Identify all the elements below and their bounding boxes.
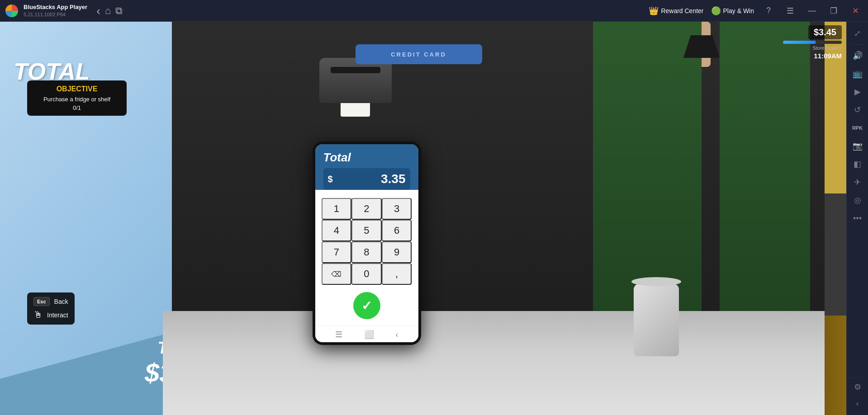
keypad-backspace[interactable]: ⌫ <box>322 263 352 285</box>
esc-key-badge: Esc <box>33 297 50 306</box>
terminal-total-label: Total <box>323 151 410 165</box>
controls-box: Esc Back 🖱 Interact <box>27 292 75 325</box>
terminal-header: Total $ 3.35 <box>315 144 418 190</box>
interact-control-row: 🖱 Interact <box>33 310 68 320</box>
reward-center-label: Reward Center <box>661 7 703 14</box>
back-control-label: Back <box>54 298 68 305</box>
nav-home-button[interactable]: ⌂ <box>105 5 111 17</box>
right-sidebar: ⤢ 🔊 📺 ▶ ↺ RPK 📷 ◧ ✈ ◎ ••• ⚙ ‹ <box>846 22 868 415</box>
printer-slot <box>331 67 380 73</box>
play-win-icon: 🟢 <box>711 6 721 16</box>
terminal-keypad: 1 2 3 4 5 6 7 8 9 ⌫ 0 , <box>315 194 418 288</box>
hud-money: $3.45 <box>808 25 842 39</box>
credit-card-label: CREDIT CARD <box>391 51 446 58</box>
game-hud: $3.45 Store Level 5 11:09AM <box>783 25 842 60</box>
counter-surface <box>163 311 825 415</box>
sidebar-bottom: ⚙ ‹ <box>849 377 866 411</box>
objective-progress: 0/1 <box>34 104 119 111</box>
play-win-button[interactable]: 🟢 Play & Win <box>711 6 754 16</box>
keypad-0[interactable]: 0 <box>351 263 382 285</box>
terminal-screen: Total $ 3.35 1 2 3 4 5 6 7 8 <box>315 144 418 342</box>
sidebar-airplane-button[interactable]: ✈ <box>849 174 866 190</box>
sidebar-rpk-button[interactable]: RPK <box>849 120 866 136</box>
credit-card-terminal: CREDIT CARD <box>356 44 482 64</box>
sidebar-layout-button[interactable]: ◧ <box>849 156 866 172</box>
keypad-1[interactable]: 1 <box>322 198 352 220</box>
back-control-row: Esc Back <box>33 297 68 306</box>
bluestacks-logo <box>5 5 18 17</box>
confirm-payment-button[interactable]: ✓ <box>353 292 380 319</box>
payment-terminal: Total $ 3.35 1 2 3 4 5 6 7 8 <box>313 141 421 345</box>
play-win-label: Play & Win <box>723 7 754 14</box>
app-name: BlueStacks App Player <box>24 4 87 11</box>
nav-buttons: ‹ ⌂ ⧉ <box>96 5 123 17</box>
crown-icon: 👑 <box>649 6 659 16</box>
keypad-4[interactable]: 4 <box>322 220 352 241</box>
keypad-comma[interactable]: , <box>382 263 412 285</box>
sidebar-divider-1 <box>851 44 864 45</box>
game-background: TOTAL OBJECTIVE Purchase a fridge or she… <box>0 22 846 415</box>
hud-progress-fill <box>783 41 816 44</box>
terminal-nav-bar: ☰ ⬜ ‹ <box>315 325 418 342</box>
interact-control-label: Interact <box>47 311 68 319</box>
app-title: BlueStacks App Player 5.21.111.1002 P64 <box>24 4 87 18</box>
game-viewport: TOTAL OBJECTIVE Purchase a fridge or she… <box>0 22 846 415</box>
terminal-dollar-sign: $ <box>328 174 333 184</box>
close-button[interactable]: ✕ <box>848 4 863 18</box>
keypad-8[interactable]: 8 <box>351 241 382 263</box>
sidebar-play-button[interactable]: ▶ <box>849 84 866 100</box>
nav-back-button[interactable]: ‹ <box>96 5 100 17</box>
terminal-menu-icon[interactable]: ☰ <box>335 330 342 340</box>
objective-description: Purchase a fridge or shelf <box>34 96 119 103</box>
terminal-home-icon[interactable]: ⬜ <box>364 330 374 340</box>
objective-box: OBJECTIVE Purchase a fridge or shelf 0/1 <box>27 80 127 116</box>
keypad-9[interactable]: 9 <box>382 241 412 263</box>
hud-level: Store Level 5 <box>812 45 842 51</box>
app-version: 5.21.111.1002 P64 <box>24 11 87 18</box>
topbar-right: 👑 Reward Center 🟢 Play & Win ? ☰ — ❐ ✕ <box>649 4 863 18</box>
keypad-6[interactable]: 6 <box>382 220 412 241</box>
sidebar-volume-button[interactable]: 🔊 <box>849 47 866 64</box>
sidebar-fullscreen-button[interactable]: ⤢ <box>849 25 866 42</box>
keypad-2[interactable]: 2 <box>351 198 382 220</box>
terminal-back-icon[interactable]: ‹ <box>396 330 398 340</box>
hud-time: 11:09AM <box>814 52 842 60</box>
terminal-amount-value: 3.35 <box>381 172 406 186</box>
terminal-confirm-area: ✓ <box>315 288 418 325</box>
cup-top <box>631 277 681 286</box>
hud-progress-bar <box>783 41 842 44</box>
minimize-button[interactable]: — <box>805 4 819 18</box>
keypad-5[interactable]: 5 <box>351 220 382 241</box>
sidebar-rotate-button[interactable]: ↺ <box>849 102 866 118</box>
objective-title: OBJECTIVE <box>34 85 119 93</box>
terminal-amount-row: $ 3.35 <box>323 168 410 190</box>
topbar: BlueStacks App Player 5.21.111.1002 P64 … <box>0 0 868 22</box>
printer-receipt-paper <box>341 103 370 117</box>
sidebar-more-button[interactable]: ••• <box>849 210 866 226</box>
sidebar-camera-button[interactable]: 📷 <box>849 138 866 154</box>
keypad-3[interactable]: 3 <box>382 198 412 220</box>
menu-button[interactable]: ☰ <box>783 4 797 18</box>
receipt-printer <box>315 58 396 117</box>
sidebar-divider-2 <box>849 377 862 378</box>
restore-button[interactable]: ❐ <box>826 4 841 18</box>
mouse-icon: 🖱 <box>33 310 43 320</box>
confirm-checkmark-icon: ✓ <box>361 298 372 313</box>
printer-body <box>319 58 392 103</box>
reward-center-button[interactable]: 👑 Reward Center <box>649 6 703 16</box>
help-button[interactable]: ? <box>761 4 776 18</box>
sidebar-collapse-button[interactable]: ‹ <box>849 395 866 411</box>
sidebar-locate-button[interactable]: ◎ <box>849 192 866 208</box>
keypad-7[interactable]: 7 <box>322 241 352 263</box>
sidebar-tv-button[interactable]: 📺 <box>849 66 866 82</box>
sidebar-settings-button[interactable]: ⚙ <box>849 379 866 395</box>
nav-tab-button[interactable]: ⧉ <box>115 5 123 17</box>
cup-cylinder <box>634 284 679 356</box>
